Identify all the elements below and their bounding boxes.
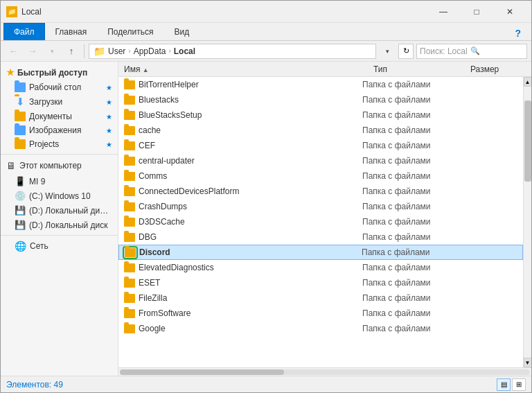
table-row[interactable]: BitTorrentHelperПапка с файлами bbox=[118, 77, 523, 92]
table-row[interactable]: ESETПапка с файлами bbox=[118, 275, 523, 290]
sidebar-item-downloads[interactable]: ⬇ Загрузки ★ bbox=[1, 94, 118, 110]
file-type: Папка с файлами bbox=[362, 125, 459, 135]
scroll-down-button[interactable]: ▼ bbox=[524, 358, 532, 367]
sidebar: ★ Быстрый доступ Рабочий стол ★ ⬇ Загруз… bbox=[1, 62, 118, 376]
table-row[interactable]: FileZillaПапка с файлами bbox=[118, 290, 523, 306]
crumb-local[interactable]: Local bbox=[174, 46, 195, 56]
file-name: Bluestacks bbox=[139, 95, 179, 105]
view-details-button[interactable]: ▤ bbox=[497, 378, 511, 391]
forward-button[interactable]: → bbox=[24, 43, 41, 60]
table-row[interactable]: CommsПапка с файлами bbox=[118, 168, 523, 184]
file-name-cell: DBG bbox=[124, 232, 360, 242]
file-name: BitTorrentHelper bbox=[139, 80, 199, 89]
file-type: Папка с файлами bbox=[362, 293, 459, 303]
quick-access-header[interactable]: ★ Быстрый доступ bbox=[1, 64, 118, 80]
table-row[interactable]: CEFПапка с файлами bbox=[118, 138, 523, 153]
file-type: Папка с файлами bbox=[362, 217, 459, 227]
folder-icon bbox=[124, 218, 135, 227]
h-scroll-track bbox=[120, 369, 530, 375]
sidebar-drive-c[interactable]: 💿 (C:) Windows 10 bbox=[1, 189, 118, 203]
folder-icon bbox=[125, 248, 136, 257]
scroll-up-button[interactable]: ▲ bbox=[524, 77, 532, 87]
back-button[interactable]: ← bbox=[5, 43, 21, 60]
scroll-thumb[interactable] bbox=[524, 101, 531, 182]
file-type: Папка с файлами bbox=[362, 263, 459, 272]
table-row[interactable]: cacheПапка с файлами bbox=[118, 123, 523, 138]
refresh-button[interactable]: ↻ bbox=[398, 44, 414, 59]
file-name-cell: Comms bbox=[124, 171, 360, 181]
crumb-appdata[interactable]: AppData bbox=[134, 46, 166, 56]
file-type: Папка с файлами bbox=[362, 95, 459, 105]
file-list-header: Имя ▲ Тип Размер bbox=[118, 62, 531, 77]
table-row[interactable]: ConnectedDevicesPlatformПапка с файлами bbox=[118, 184, 523, 199]
file-name: ElevatedDiagnostics bbox=[139, 263, 214, 272]
table-row[interactable]: DiscordПапка с файлами bbox=[118, 245, 523, 260]
images-badge: ★ bbox=[106, 127, 112, 134]
projects-label: Projects bbox=[29, 139, 59, 149]
search-box: Поиск: Local 🔍 bbox=[416, 44, 527, 59]
table-row[interactable]: FromSoftwareПапка с файлами bbox=[118, 306, 523, 321]
help-button[interactable]: ? bbox=[507, 26, 529, 40]
sidebar-item-documents[interactable]: Документы ★ bbox=[1, 110, 118, 123]
table-row[interactable]: GoogleПапка с файлами bbox=[118, 321, 523, 336]
ribbon: Файл Главная Поделиться Вид ? bbox=[1, 23, 531, 41]
folder-icon-address: 📁 bbox=[94, 46, 105, 57]
sidebar-item-desktop[interactable]: Рабочий стол ★ bbox=[1, 80, 118, 94]
tab-view[interactable]: Вид bbox=[163, 23, 200, 40]
recent-button[interactable]: ▾ bbox=[44, 43, 60, 60]
address-dropdown-button[interactable]: ▾ bbox=[379, 43, 396, 60]
desktop-badge: ★ bbox=[106, 84, 112, 91]
table-row[interactable]: BluestacksПапка с файлами bbox=[118, 92, 523, 107]
file-name-cell: CEF bbox=[124, 141, 360, 150]
table-row[interactable]: CrashDumpsПапка с файлами bbox=[118, 199, 523, 214]
column-type[interactable]: Тип bbox=[373, 64, 470, 74]
horizontal-scrollbar[interactable] bbox=[118, 367, 531, 376]
tab-share[interactable]: Поделиться bbox=[97, 23, 163, 40]
maximize-button[interactable]: □ bbox=[461, 2, 493, 21]
view-tiles-button[interactable]: ⊞ bbox=[512, 378, 526, 391]
folder-icon bbox=[124, 294, 135, 303]
file-list: BitTorrentHelperПапка с файламиBluestack… bbox=[118, 77, 523, 367]
file-name-cell: D3DSCache bbox=[124, 217, 360, 227]
sidebar-item-network[interactable]: 🌐 Сеть bbox=[1, 238, 118, 254]
drive-d2-label: (D:) Локальный диск bbox=[29, 220, 108, 230]
sidebar-item-images[interactable]: Изображения ★ bbox=[1, 123, 118, 137]
table-row[interactable]: D3DSCacheПапка с файлами bbox=[118, 214, 523, 229]
folder-icon bbox=[124, 126, 135, 135]
folder-icon bbox=[124, 202, 135, 211]
view-buttons: ▤ ⊞ bbox=[497, 378, 526, 391]
crumb-user[interactable]: User bbox=[108, 46, 125, 56]
downloads-badge: ★ bbox=[106, 98, 112, 106]
sidebar-drive-mi9[interactable]: 📱 MI 9 bbox=[1, 174, 118, 189]
vertical-scrollbar[interactable]: ▲ ▼ bbox=[523, 77, 531, 367]
table-row[interactable]: DBGПапка с файлами bbox=[118, 229, 523, 245]
tab-home[interactable]: Главная bbox=[45, 23, 98, 40]
file-name: DBG bbox=[139, 232, 157, 242]
sidebar-drive-d2[interactable]: 💾 (D:) Локальный диск bbox=[1, 218, 118, 232]
table-row[interactable]: BlueStacksSetupПапка с файлами bbox=[118, 107, 523, 123]
sidebar-separator-1 bbox=[1, 154, 118, 155]
status-bar: Элементов: 49 ▤ ⊞ bbox=[1, 376, 531, 392]
minimize-button[interactable]: — bbox=[427, 2, 459, 21]
title-bar: 📁 Local — □ ✕ bbox=[1, 1, 531, 23]
computer-icon: 🖥 bbox=[6, 160, 16, 171]
column-size[interactable]: Размер bbox=[470, 64, 526, 74]
sidebar-drive-d1[interactable]: 💾 (D:) Локальный ди… bbox=[1, 203, 118, 218]
column-name[interactable]: Имя ▲ bbox=[124, 64, 373, 74]
file-name-cell: BitTorrentHelper bbox=[124, 80, 360, 89]
computer-header[interactable]: 🖥 Этот компьютер bbox=[1, 157, 118, 174]
tab-file[interactable]: Файл bbox=[3, 23, 45, 40]
close-button[interactable]: ✕ bbox=[494, 2, 526, 21]
sidebar-item-projects[interactable]: Projects ★ bbox=[1, 137, 118, 151]
search-icon: 🔍 bbox=[470, 46, 480, 55]
downloads-label: Загрузки bbox=[29, 97, 62, 107]
up-button[interactable]: ↑ bbox=[63, 43, 80, 60]
address-bar[interactable]: 📁 User › AppData › Local bbox=[89, 44, 376, 59]
table-row[interactable]: ElevatedDiagnosticsПапка с файлами bbox=[118, 260, 523, 275]
table-row[interactable]: central-updaterПапка с файлами bbox=[118, 153, 523, 168]
file-type: Папка с файлами bbox=[362, 156, 459, 166]
folder-icon bbox=[124, 324, 135, 333]
h-scroll-thumb[interactable] bbox=[120, 369, 284, 375]
file-type: Папка с файлами bbox=[362, 202, 459, 211]
folder-icon bbox=[124, 233, 135, 242]
